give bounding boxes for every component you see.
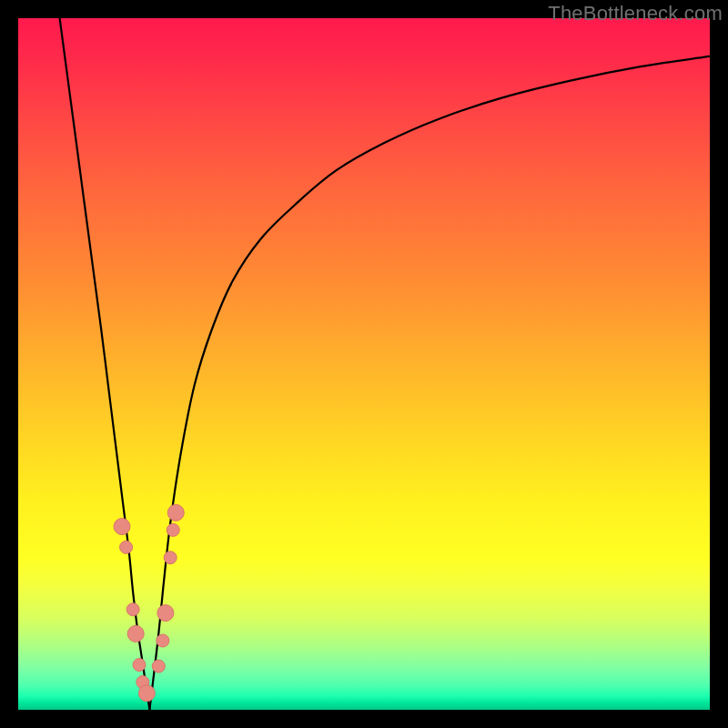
marker-point xyxy=(114,519,130,535)
marker-point xyxy=(167,523,179,536)
watermark-text: TheBottleneck.com xyxy=(548,2,723,25)
marker-point xyxy=(157,605,174,622)
marker-point xyxy=(167,504,184,521)
chart-frame: TheBottleneck.com xyxy=(0,0,728,728)
marker-point xyxy=(157,634,169,647)
plot-area xyxy=(18,18,710,710)
marker-point xyxy=(133,659,146,672)
marker-point xyxy=(152,660,165,672)
marker-point xyxy=(138,685,155,702)
bottleneck-curve xyxy=(60,18,710,710)
marker-point xyxy=(127,625,144,642)
marker-point xyxy=(164,551,177,564)
curve-right-branch xyxy=(149,56,710,710)
curve-layer xyxy=(18,18,710,710)
marker-point xyxy=(120,541,133,553)
marker-point xyxy=(126,603,139,616)
highlight-markers xyxy=(114,504,184,701)
